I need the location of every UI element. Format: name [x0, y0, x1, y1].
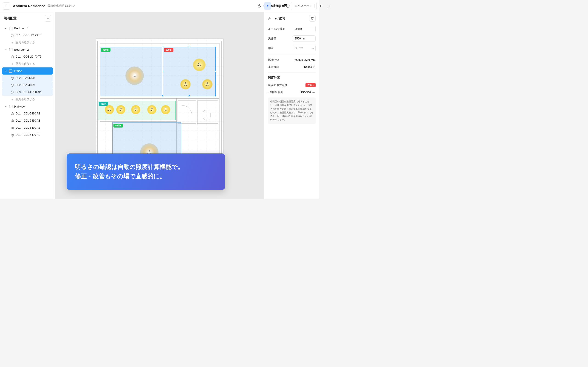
resize-handle[interactable] [162, 95, 163, 97]
calc-title: 照度計算 [268, 76, 316, 80]
downlight-icon [11, 134, 14, 136]
fixture-label: DL2・PZ54399 [16, 83, 35, 87]
light-dl2[interactable]: DL2 [180, 79, 191, 90]
light-dl2[interactable]: DL2 [202, 79, 212, 90]
room-label: Office [14, 69, 22, 73]
lux-badge: 400lx [101, 48, 111, 52]
panel-title: ルーム/空間 [268, 16, 285, 20]
check-icon [73, 5, 75, 7]
sidebar-title: 照明配置 [4, 16, 17, 20]
fixture-item[interactable]: DL3・DDX-H730 AB [2, 89, 53, 96]
back-button[interactable] [3, 2, 10, 10]
remove-tool[interactable] [305, 2, 312, 10]
current-max-badge: 200lx [305, 83, 316, 87]
downlight-icon [11, 127, 14, 129]
light-dl1[interactable]: DL1 [161, 105, 170, 114]
pan-tool[interactable] [256, 2, 263, 10]
downlight-icon [11, 84, 14, 87]
dims-value: 2536 × 2569 mm [294, 58, 316, 62]
ceiling-light-icon [11, 34, 14, 37]
room-name-label: ルーム/空間名 [268, 27, 285, 31]
room-label: Hallway [14, 105, 25, 108]
jis-value: 250-350 lux [301, 91, 316, 94]
fixture-item[interactable]: CL1・ODELIC PXT5 [2, 53, 53, 60]
select-tool[interactable] [264, 2, 271, 10]
sidebar-room-hallway[interactable]: Hallway [2, 103, 53, 110]
zone-office[interactable]: 200lxDL3DL2DL2 [163, 47, 216, 96]
room-icon [9, 69, 12, 73]
room-icon [9, 48, 12, 51]
resize-handle[interactable] [162, 46, 163, 47]
light-dl3[interactable]: DL3 [193, 58, 206, 71]
light-dl1[interactable]: DL1 [147, 105, 156, 114]
room-icon [9, 27, 12, 30]
downlight-icon [11, 77, 14, 80]
fixture-label: DL1・DDL-5430 AB [16, 133, 40, 137]
svg-rect-0 [319, 5, 319, 7]
light-dl1[interactable]: DL1 [116, 105, 125, 114]
add-tool[interactable] [296, 2, 304, 10]
zone-hallway[interactable]: 350lxDL1DL1DL1DL1DL1 [98, 101, 176, 120]
fixture-label: DL1・DDL-5430 AB [16, 112, 40, 116]
add-fixture-button[interactable]: 器具を追加する [2, 96, 53, 103]
sidebar-room-bedroom-1[interactable]: Bedroom 1 [2, 25, 53, 32]
fixture-item[interactable]: DL1・DDL-5430 AB [2, 131, 53, 139]
zone-bedroom1[interactable]: 400lxCL1 [100, 47, 162, 96]
fixture-item[interactable]: DL1・DDL-5430 AB [2, 110, 53, 117]
undo-button[interactable] [276, 2, 284, 10]
ceiling-light-icon [11, 56, 14, 58]
lux-badge: 200lx [164, 48, 173, 52]
fixture-item[interactable]: DL1・DDL-5430 AB [2, 124, 53, 131]
use-label: 用途 [268, 46, 274, 50]
fixture-item[interactable]: DL1・DDL-5430 AB [2, 117, 53, 124]
lux-badge: 400lx [113, 124, 123, 127]
chevron-down-icon [4, 27, 7, 30]
chevron-down-icon [4, 70, 7, 72]
room-label: Bedroom 2 [14, 48, 29, 51]
resize-handle[interactable] [215, 46, 216, 47]
fixture-label: CL1・ODELIC PXT5 [16, 55, 41, 59]
lux-badge: 350lx [99, 102, 108, 106]
promo-overlay: 明るさの確認は自動の照度計算機能で。 修正・改善もその場で直感的に。 [67, 153, 225, 190]
room-name-input[interactable] [293, 26, 316, 32]
resize-handle[interactable] [215, 95, 216, 97]
resize-handle[interactable] [215, 71, 216, 72]
resize-handle[interactable] [189, 95, 190, 97]
sidebar-room-bedroom-2[interactable]: Bedroom 2 [2, 46, 53, 53]
measure-tool[interactable] [317, 2, 320, 10]
room-label: Bedroom 1 [14, 27, 29, 30]
subtotal-label: 小計金額 [268, 65, 279, 69]
use-select[interactable]: タイプ [293, 45, 316, 51]
light-cl1[interactable]: CL1 [125, 67, 144, 85]
ceiling-label: 天井高 [268, 37, 276, 41]
fixture-item[interactable]: DL2・PZ54399 [2, 82, 53, 89]
plus-icon [11, 41, 14, 44]
fixture-label: DL1・DDL-5430 AB [16, 126, 40, 130]
timestamp: 最新作成時間 12:34 [48, 4, 75, 8]
plus-icon [11, 98, 14, 101]
properties-panel: ルーム/空間 ルーム/空間名 天井高 用途 タイプ 幅/奥行き 2536 × 2… [264, 12, 319, 199]
dims-label: 幅/奥行き [268, 58, 280, 62]
subtotal-value: 12,345 円 [304, 65, 316, 69]
add-fixture-button[interactable]: 器具を追加する [2, 39, 53, 46]
calc-hint: 作業面の照度が推奨照度に達するように、照明器具を追加してください。 推奨された照… [268, 98, 316, 124]
sidebar-room-office[interactable]: Office [2, 67, 53, 75]
chevron-down-icon [4, 49, 7, 51]
fixture-item[interactable]: DL2・PZ54399 [2, 75, 53, 82]
canvas[interactable]: 400lxCL1200lxDL3DL2DL2350lxDL1DL1DL1DL1D… [55, 12, 264, 199]
delete-button[interactable] [309, 15, 316, 22]
resize-handle[interactable] [162, 71, 163, 72]
floorplan[interactable]: 400lxCL1200lxDL3DL2DL2350lxDL1DL1DL1DL1D… [96, 39, 224, 170]
add-room-button[interactable] [45, 15, 51, 22]
resize-handle[interactable] [189, 46, 190, 47]
ceiling-input[interactable] [293, 35, 316, 42]
light-dl1[interactable]: DL1 [105, 105, 114, 114]
light-dl1[interactable]: DL1 [131, 105, 140, 114]
fixture-label: DL3・DDX-H730 AB [16, 90, 41, 94]
fixture-item[interactable]: CL1・ODELIC PXT5 [2, 32, 53, 39]
redo-button[interactable] [284, 2, 292, 10]
add-fixture-button[interactable]: 器具を追加する [2, 60, 53, 67]
plus-icon [11, 63, 14, 65]
fixture-label: DL2・PZ54399 [16, 76, 35, 80]
chevron-down-icon [4, 106, 7, 108]
